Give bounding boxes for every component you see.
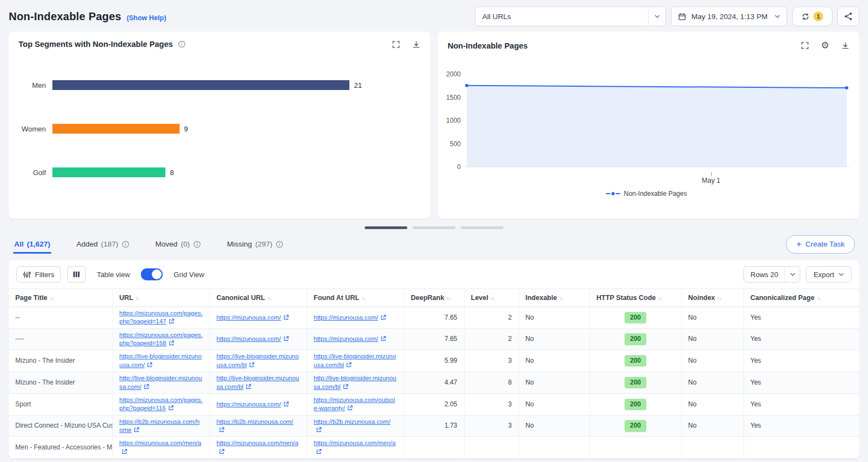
url-link[interactable]: http://live-bloginsider.mizunousa.com/bl <box>217 375 300 389</box>
table-row[interactable]: --https://mizunousa.com/pages.php?pageid… <box>9 307 859 329</box>
cell-found-at-url: https://mizunousa.com/ <box>307 328 404 350</box>
date-picker[interactable]: May 19, 2024, 1:13 PM <box>671 7 787 26</box>
tab-all[interactable]: All (1,627) <box>13 232 51 256</box>
cell-level: 2 <box>464 307 519 329</box>
column-header-indexable[interactable]: Indexable↑↓ <box>519 289 590 307</box>
url-link[interactable]: https://mizunousa.com/ <box>314 335 386 342</box>
rows-per-page-select[interactable]: Rows 20 <box>744 266 801 283</box>
url-link[interactable]: https://mizunousa.com/men/a <box>217 440 299 454</box>
segments-card: Top Segments with Non-Indexable Pages Me… <box>9 32 430 219</box>
sort-icon[interactable]: ↑↓ <box>717 296 721 301</box>
share-icon <box>844 12 853 21</box>
tab-missing[interactable]: Missing (297) <box>226 232 284 256</box>
column-header-canonicalized-page[interactable]: Canonicalized Page↑↓ <box>744 289 859 307</box>
external-link-icon <box>343 384 348 389</box>
y-tick-label: 0 <box>457 163 461 171</box>
expand-icon[interactable] <box>801 41 809 50</box>
bar[interactable] <box>52 124 180 134</box>
column-header-http-status-code[interactable]: HTTP Status Code↑↓ <box>590 289 681 307</box>
url-link[interactable]: https://mizunousa.com/pages.php?pageid=1… <box>120 332 203 346</box>
export-button[interactable]: Export <box>806 266 852 283</box>
show-help-link[interactable]: (Show Help) <box>127 14 166 22</box>
gear-icon[interactable]: ⚙ <box>821 40 829 51</box>
info-icon[interactable] <box>276 241 283 248</box>
url-link[interactable]: https://mizunousa.com/pages.php?pageid=1… <box>120 397 203 411</box>
info-icon[interactable] <box>178 40 186 48</box>
column-header-canonical-url[interactable]: Canonical URL↑↓ <box>210 289 307 307</box>
column-header-found-at-url[interactable]: Found At URL↑↓ <box>307 289 404 307</box>
trend-plot-area: May 1 <box>465 65 849 185</box>
table-row[interactable]: ----https://mizunousa.com/pages.php?page… <box>9 328 859 350</box>
url-link[interactable]: https://mizunousa.com/ <box>217 401 289 407</box>
cell-found-at-url: http://live-bloginsider.mizunousa.com/bl <box>307 372 404 394</box>
sort-icon[interactable]: ↑↓ <box>50 296 53 301</box>
url-link[interactable]: https://b2b.mizunousa.com/ <box>217 418 294 433</box>
url-link[interactable]: https://mizunousa.com/men/a <box>314 440 396 454</box>
cell-indexable: No <box>519 350 590 372</box>
expand-icon[interactable] <box>392 40 400 49</box>
cell-page-title: Mizuno - The Insider <box>9 350 112 372</box>
chart-cards: Top Segments with Non-Indexable Pages Me… <box>9 32 859 219</box>
chevron-down-icon[interactable] <box>784 267 800 282</box>
cell-noindex: No <box>681 328 744 350</box>
table-row[interactable]: Mizuno - The Insiderhttp://live-bloginsi… <box>9 372 859 394</box>
url-link[interactable]: https://mizunousa.com/ <box>217 335 289 342</box>
bar[interactable] <box>52 80 349 90</box>
chevron-down-icon[interactable] <box>648 7 665 26</box>
column-header-noindex[interactable]: Noindex↑↓ <box>681 289 744 307</box>
carousel-segment[interactable] <box>413 226 455 229</box>
url-link[interactable]: https://b2b.mizunousa.com/home <box>120 418 200 433</box>
sort-icon[interactable]: ↑↓ <box>267 296 271 301</box>
sort-icon[interactable]: ↑↓ <box>447 296 450 301</box>
cell-canonicalized-page: Yes <box>744 372 859 394</box>
segments-bar-chart: Men21Women9Golf8 <box>9 52 430 177</box>
cell-noindex: No <box>681 372 744 394</box>
refresh-button[interactable]: 1 <box>792 7 833 26</box>
url-link[interactable]: http://live-bloginsider.mizunousa.com/bl <box>314 375 397 389</box>
sort-icon[interactable]: ↑↓ <box>490 296 494 301</box>
sort-icon[interactable]: ↑↓ <box>658 296 662 301</box>
carousel-segment[interactable] <box>461 226 503 229</box>
toggle-knob <box>152 269 162 279</box>
tab-added[interactable]: Added (187) <box>75 232 130 256</box>
url-link[interactable]: https://mizunousa.com/ <box>314 314 386 321</box>
column-header-url[interactable]: URL↑↓ <box>112 289 210 307</box>
cell-canonicalized-page: Yes <box>744 328 859 350</box>
url-link[interactable]: https://mizunousa.com/ <box>217 314 289 321</box>
url-link[interactable]: http://live-bloginsider.mizunousa.com/ <box>120 375 203 389</box>
url-link[interactable]: https://b2b.mizunousa.com/ <box>314 418 391 433</box>
info-icon[interactable] <box>193 241 201 248</box>
column-header-deeprank[interactable]: DeepRank↑↓ <box>404 289 464 307</box>
url-link[interactable]: https://mizunousa.com/pages.php?pageid=1… <box>120 310 203 325</box>
url-link[interactable]: https://live-bloginsider.mizunousa.com/b… <box>314 353 396 368</box>
trend-chart: 2000150010005000 May 1 Non-Indexable Pag… <box>438 55 859 197</box>
column-header-level[interactable]: Level↑↓ <box>464 289 519 307</box>
create-task-button[interactable]: + Create Task <box>786 235 855 254</box>
table-row[interactable]: Mizuno - The Insiderhttps://live-blogins… <box>9 350 859 372</box>
tab-moved[interactable]: Moved (0) <box>154 232 202 256</box>
share-button[interactable] <box>837 7 859 26</box>
carousel-segment[interactable] <box>365 226 407 229</box>
sort-icon[interactable]: ↑↓ <box>559 296 563 301</box>
url-link[interactable]: https://mizunousa.com/outsole-warranty/ <box>314 397 395 411</box>
url-filter-select[interactable]: All URLs <box>475 7 666 26</box>
trend-legend[interactable]: Non-Indexable Pages <box>443 190 849 197</box>
table-row[interactable]: Direct Connect - Mizuno USA Custohttps:/… <box>9 415 859 437</box>
cell-level <box>464 437 519 459</box>
bar[interactable] <box>52 167 165 177</box>
table-row[interactable]: Men - Featured - Accessories - Mizhttps:… <box>9 437 859 459</box>
sort-icon[interactable]: ↑↓ <box>135 296 139 301</box>
filters-button[interactable]: Filters <box>16 266 61 283</box>
url-link[interactable]: https://live-bloginsider.mizunousa.com/b… <box>217 353 299 368</box>
info-icon[interactable] <box>122 241 129 248</box>
sort-icon[interactable]: ↑↓ <box>817 296 821 301</box>
url-link[interactable]: https://mizunousa.com/men/a <box>120 440 201 454</box>
download-icon[interactable] <box>412 40 420 49</box>
view-toggle[interactable] <box>141 268 163 280</box>
url-link[interactable]: https://live-bloginsider.mizunousa.com/ <box>120 353 202 368</box>
column-header-page-title[interactable]: Page Title↑↓ <box>9 289 112 307</box>
sort-icon[interactable]: ↑↓ <box>361 296 365 301</box>
columns-button[interactable] <box>67 266 86 283</box>
table-row[interactable]: Sporthttps://mizunousa.com/pages.php?pag… <box>9 393 859 415</box>
download-icon[interactable] <box>841 41 849 50</box>
